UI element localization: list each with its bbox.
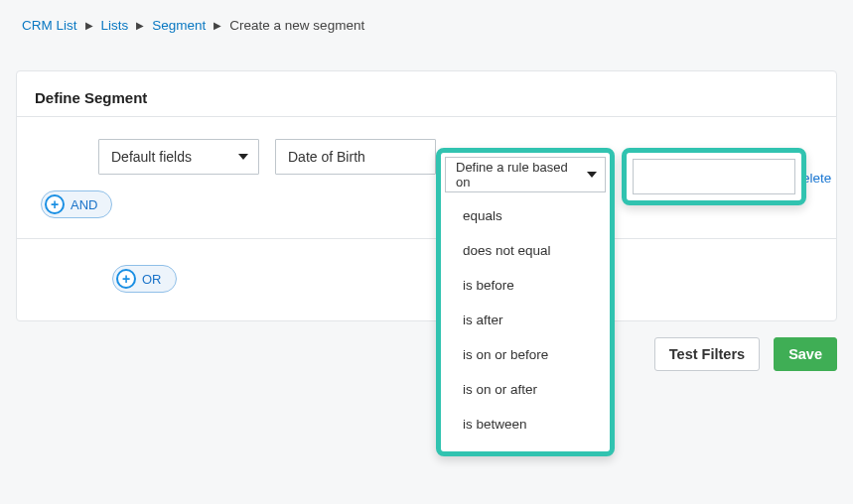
caret-down-icon xyxy=(238,154,248,160)
field-select[interactable]: Date of Birth xyxy=(275,139,436,175)
and-label: AND xyxy=(71,197,97,212)
field-group-value: Default fields xyxy=(111,149,192,165)
add-and-button[interactable]: + AND xyxy=(41,190,112,218)
or-connector-row: + OR xyxy=(17,239,836,320)
breadcrumb-link-lists[interactable]: Lists xyxy=(101,18,129,33)
breadcrumb-current: Create a new segment xyxy=(229,18,364,33)
delete-rule-link[interactable]: elete xyxy=(802,171,831,186)
operator-option-is-on-or-before[interactable]: is on or before xyxy=(445,337,606,372)
value-input-highlight xyxy=(622,148,806,205)
field-value: Date of Birth xyxy=(288,149,365,165)
plus-icon: + xyxy=(116,269,136,289)
save-button[interactable]: Save xyxy=(774,337,837,371)
card-title: Define Segment xyxy=(17,71,836,116)
operator-option-is-after[interactable]: is after xyxy=(445,303,606,337)
rule-value-input[interactable] xyxy=(633,159,795,194)
operator-dropdown-highlight: Define a rule based on equals does not e… xyxy=(436,148,615,456)
operator-select[interactable]: Define a rule based on xyxy=(445,157,606,192)
operator-placeholder: Define a rule based on xyxy=(456,160,581,189)
caret-down-icon xyxy=(587,172,597,178)
breadcrumb-link-segment[interactable]: Segment xyxy=(152,18,206,33)
breadcrumb-link-crmlist[interactable]: CRM List xyxy=(22,18,77,33)
add-or-button[interactable]: + OR xyxy=(112,265,177,293)
operator-option-equals[interactable]: equals xyxy=(445,198,606,233)
chevron-right-icon: ▶ xyxy=(213,20,221,31)
plus-icon: + xyxy=(45,194,65,214)
operator-options: equals does not equal is before is after… xyxy=(445,192,606,447)
operator-option-is-between[interactable]: is between xyxy=(445,407,606,441)
operator-option-is-on-or-after[interactable]: is on or after xyxy=(445,372,606,407)
breadcrumb: CRM List ▶ Lists ▶ Segment ▶ Create a ne… xyxy=(0,0,853,33)
action-bar: Test Filters Save xyxy=(0,321,853,371)
or-label: OR xyxy=(142,272,162,287)
chevron-right-icon: ▶ xyxy=(85,20,93,31)
operator-option-is-before[interactable]: is before xyxy=(445,268,606,303)
operator-option-does-not-equal[interactable]: does not equal xyxy=(445,233,606,268)
field-group-select[interactable]: Default fields xyxy=(98,139,259,175)
chevron-right-icon: ▶ xyxy=(136,20,144,31)
test-filters-button[interactable]: Test Filters xyxy=(654,337,760,371)
